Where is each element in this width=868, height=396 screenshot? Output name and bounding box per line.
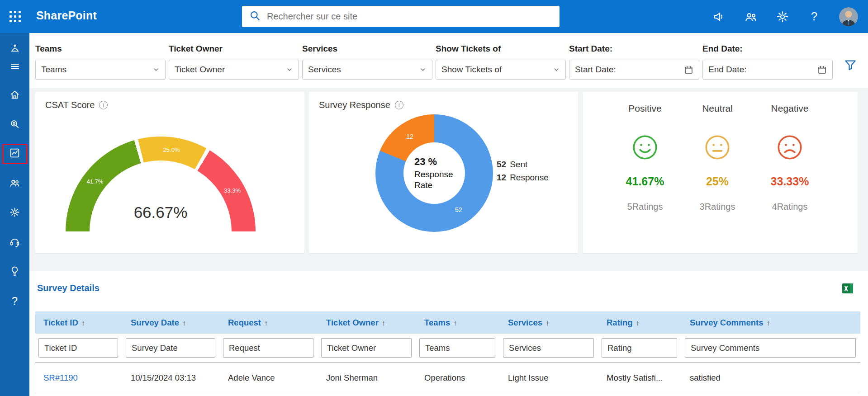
export-to-excel-icon[interactable] (841, 282, 854, 295)
sentiment-neutral: Neutral 25% 3Ratings (681, 103, 754, 212)
people-icon[interactable] (744, 10, 758, 24)
sidebar-item-helpdesk[interactable] (5, 42, 25, 57)
dropdown-value: Ticket Owner (175, 65, 225, 75)
filter-group-services: Services Services (302, 44, 432, 88)
app-title[interactable]: SharePoint (36, 9, 97, 22)
table-filter-row (35, 334, 860, 363)
request-filter-input[interactable] (223, 338, 313, 358)
sidebar-item-help[interactable]: ? (5, 293, 25, 309)
chevron-down-icon (553, 66, 560, 73)
sentiment-percent: 41.67% (626, 175, 664, 188)
csat-center-value: 66.67% (66, 203, 256, 222)
info-icon[interactable]: i (395, 101, 403, 109)
csat-gauge: 66.67% 41.7%25.0%33.3% (66, 137, 256, 231)
teams-filter-input[interactable] (419, 338, 495, 358)
column-header-teams[interactable]: Teams↑ (416, 311, 500, 334)
user-avatar[interactable] (839, 7, 858, 26)
date-value: End Date: (708, 65, 747, 75)
filter-label: Start Date: (569, 44, 699, 54)
help-icon[interactable]: ? (807, 10, 821, 24)
app-launcher-icon[interactable] (8, 9, 23, 24)
calendar-icon (684, 65, 693, 75)
column-header-survey-date[interactable]: Survey Date↑ (123, 311, 220, 334)
neutral-face-icon (704, 134, 730, 162)
sort-ascending-icon: ↑ (453, 319, 457, 327)
settings-gear-icon[interactable] (776, 10, 789, 24)
sidebar-item-search-tickets[interactable] (5, 117, 25, 132)
rating-filter-input[interactable] (602, 338, 677, 358)
column-header-request[interactable]: Request↑ (220, 311, 318, 334)
ticket-id-filter-input[interactable] (38, 338, 118, 358)
cell-request: Adele Vance (220, 363, 318, 393)
sort-ascending-icon: ↑ (382, 319, 385, 327)
chevron-down-icon (286, 66, 293, 73)
survey-details-table: Ticket ID↑ Survey Date↑ Request↑ Ticket … (35, 311, 860, 393)
show-tickets-of-dropdown[interactable]: Show Tickets of (436, 60, 566, 80)
sidebar-item-home[interactable] (5, 88, 25, 103)
filter-group-ticket-owner: Ticket Owner Ticket Owner (169, 44, 299, 88)
gauge-segment-label: 41.7% (86, 178, 103, 184)
column-label: Teams (424, 318, 450, 327)
gear-icon (9, 207, 20, 220)
card-title-row: Survey Response i (319, 100, 403, 110)
survey-date-filter-input[interactable] (126, 338, 215, 358)
services-filter-input[interactable] (503, 338, 594, 358)
info-icon[interactable]: i (99, 101, 108, 109)
sidebar-item-support[interactable] (5, 235, 25, 250)
filter-bar: Teams Teams Ticket Owner Ticket Owner Se… (29, 33, 868, 88)
column-label: Ticket ID (43, 318, 78, 327)
service-bell-icon (9, 42, 21, 56)
survey-comments-filter-input[interactable] (685, 338, 856, 358)
people-icon (9, 177, 20, 190)
frown-icon (777, 134, 803, 162)
ticket-id-link[interactable]: SR#1190 (43, 373, 78, 382)
column-header-rating[interactable]: Rating↑ (598, 311, 682, 334)
end-date-picker[interactable]: End Date: (702, 60, 833, 80)
column-header-survey-comments[interactable]: Survey Comments↑ (682, 311, 860, 334)
gauge-segment-label: 33.3% (224, 187, 241, 193)
suite-header: SharePoint (0, 0, 868, 33)
left-navigation: ? (0, 33, 29, 396)
card-title-row: CSAT Score i (45, 100, 108, 110)
date-value: Start Date: (575, 65, 616, 75)
sentiment-ratings: 3Ratings (700, 202, 735, 212)
megaphone-icon[interactable] (712, 10, 726, 24)
sort-ascending-icon: ↑ (545, 319, 549, 327)
sidebar-item-users[interactable] (5, 176, 25, 191)
table-header-row: Ticket ID↑ Survey Date↑ Request↑ Ticket … (35, 311, 860, 334)
column-header-services[interactable]: Services↑ (500, 311, 598, 334)
magnifier-icon (9, 118, 20, 132)
gauge-segment-label: 25.0% (163, 146, 180, 153)
sidebar-item-settings[interactable] (5, 205, 25, 221)
column-header-ticket-owner[interactable]: Ticket Owner↑ (318, 311, 416, 334)
column-header-ticket-id[interactable]: Ticket ID↑ (35, 311, 123, 334)
legend-value: 12 (497, 173, 506, 183)
survey-details-header: Survey Details (35, 271, 860, 311)
column-label: Rating (607, 318, 633, 327)
start-date-picker[interactable]: Start Date: (569, 60, 699, 80)
sentiment-label: Negative (771, 103, 809, 114)
legend-label: Sent (510, 160, 527, 170)
search-box[interactable] (242, 6, 560, 27)
filter-label: Show Tickets of (436, 44, 566, 54)
cell-teams: Operations (416, 363, 500, 393)
sentiment-negative: Negative 33.33% 4Ratings (754, 103, 826, 212)
table-row: SR#1190 10/15/2024 03:13 Adele Vance Jon… (35, 363, 860, 393)
ticket-owner-filter-input[interactable] (321, 338, 412, 358)
legend-label: Response (510, 173, 549, 183)
csat-card-title: CSAT Score (45, 100, 95, 110)
ticket-owner-dropdown[interactable]: Ticket Owner (169, 60, 299, 80)
hamburger-menu-icon (9, 61, 20, 74)
sidebar-item-reports[interactable] (2, 144, 28, 164)
column-label: Ticket Owner (326, 318, 379, 327)
filter-funnel-icon[interactable] (844, 58, 857, 72)
question-mark-icon: ? (12, 295, 18, 307)
suite-actions: ? (712, 0, 858, 33)
filter-label: Services (302, 44, 432, 54)
sidebar-menu-toggle[interactable] (5, 60, 25, 75)
sidebar-item-ideas[interactable] (5, 264, 25, 279)
search-input[interactable] (267, 11, 552, 22)
sentiment-percent: 33.33% (771, 175, 809, 188)
services-dropdown[interactable]: Services (302, 60, 432, 80)
teams-dropdown[interactable]: Teams (35, 60, 166, 80)
